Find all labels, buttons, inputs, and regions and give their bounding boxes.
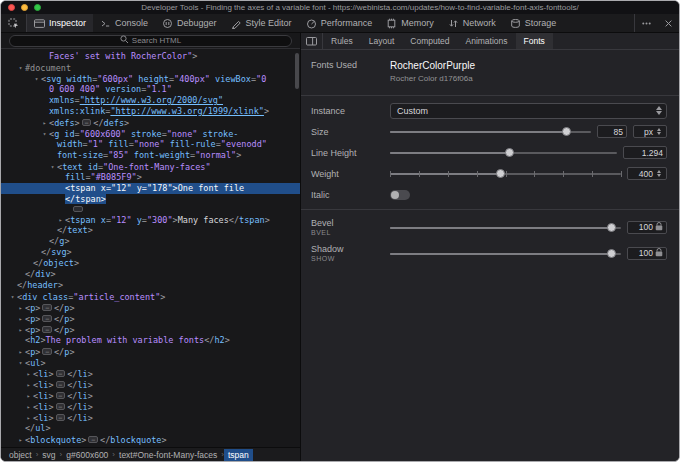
tree-node[interactable]: ▾#document [1, 62, 300, 73]
font-family-name[interactable]: RocherColorPurple [390, 60, 475, 71]
sidebar-tab-computed[interactable]: Computed [402, 33, 457, 49]
tree-node[interactable]: ▸<li>⋯</li> [1, 401, 300, 412]
shadow-input[interactable]: 100 [627, 247, 667, 260]
tree-node[interactable]: </ul> [1, 423, 300, 434]
slider-thumb[interactable] [607, 223, 616, 232]
tree-node[interactable]: </svg> [1, 247, 300, 258]
three-pane-toggle-icon[interactable] [301, 33, 323, 49]
tool-tab-inspector[interactable]: Inspector [27, 14, 93, 32]
expand-arrow-right-icon[interactable]: ▸ [56, 214, 65, 225]
tool-tab-debugger[interactable]: Debugger [155, 14, 224, 32]
close-window-button[interactable] [8, 4, 15, 11]
size-unit-select[interactable]: px [633, 125, 667, 138]
collapsed-content-ellipsis[interactable]: ⋯ [88, 436, 98, 443]
tree-node[interactable]: ▸<li>⋯</li> [1, 379, 300, 390]
tree-node[interactable]: ▾<div class="article_content"> [1, 291, 300, 302]
lock-icon[interactable] [655, 248, 663, 259]
tree-node[interactable]: ▾<ul> [1, 357, 300, 368]
expand-arrow-right-icon[interactable]: ▸ [16, 346, 25, 357]
line-height-input[interactable]: 1.294 [623, 146, 667, 159]
tree-node[interactable]: xmlns="http://www.w3.org/2000/svg" [1, 95, 300, 106]
tree-node[interactable]: width="1" fill="none" fill-rule="evenodd… [1, 139, 300, 150]
expand-arrow-right-icon[interactable]: ▸ [24, 401, 33, 412]
italic-toggle[interactable] [390, 190, 410, 200]
collapsed-content-ellipsis[interactable]: ⋯ [56, 370, 66, 377]
sidebar-tab-fonts[interactable]: Fonts [516, 33, 553, 49]
tree-node[interactable]: ▸<li>⋯</li> [1, 412, 300, 423]
collapsed-content-ellipsis[interactable]: ⋯ [56, 403, 66, 410]
expand-arrow-right-icon[interactable]: ▸ [24, 368, 33, 379]
tree-node-badge[interactable] [1, 205, 300, 214]
slider-thumb[interactable] [496, 169, 505, 178]
expand-arrow-down-icon[interactable]: ▾ [8, 291, 17, 302]
collapsed-marker-badge[interactable] [73, 206, 83, 212]
slider-thumb[interactable] [607, 249, 616, 258]
tree-node[interactable]: ▸<p>⋯</p> [1, 313, 300, 324]
collapsed-content-ellipsis[interactable]: ⋯ [42, 315, 52, 322]
tree-node[interactable]: ▸<tspan x="12" y="300">Many faces</tspan… [1, 214, 300, 225]
sidebar-tab-layout[interactable]: Layout [361, 33, 403, 49]
tree-node[interactable]: font-size="85" font-weight="normal"> [1, 150, 300, 161]
tree-node[interactable]: ▾<svg width="600px" height="400px" viewB… [1, 73, 300, 84]
tree-node[interactable]: ▸<p>⋯</p> [1, 302, 300, 313]
tree-node[interactable]: </text> [1, 225, 300, 236]
tree-node[interactable]: 0 600 400" version="1.1" [1, 84, 300, 95]
tree-node[interactable]: <h2>The problem with variable fonts</h2> [1, 335, 300, 346]
bevel-input[interactable]: 100 [627, 221, 667, 234]
tree-node[interactable]: </g> [1, 236, 300, 247]
expand-arrow-right-icon[interactable]: ▸ [16, 313, 25, 324]
weight-input[interactable]: 400 [627, 167, 667, 180]
tree-node[interactable]: ▸<li>⋯</li> [1, 368, 300, 379]
expand-arrow-down-icon[interactable]: ▾ [40, 128, 49, 139]
zoom-window-button[interactable] [34, 4, 41, 11]
expand-arrow-right-icon[interactable]: ▸ [24, 412, 33, 423]
tree-node[interactable]: xmlns:xlink="http://www.w3.org/1999/xlin… [1, 106, 300, 117]
scrollbar-thumb[interactable] [295, 53, 299, 89]
breadcrumb-item[interactable]: object [5, 449, 36, 461]
sidebar-tab-animations[interactable]: Animations [457, 33, 515, 49]
breadcrumb-item[interactable]: svg [38, 449, 59, 461]
collapsed-content-ellipsis[interactable]: ⋯ [42, 348, 52, 355]
expand-arrow-down-icon[interactable]: ▾ [16, 357, 25, 368]
collapsed-content-ellipsis[interactable]: ⋯ [42, 304, 52, 311]
breadcrumb-item[interactable]: g#600x600 [62, 449, 112, 461]
slider-thumb[interactable] [505, 148, 514, 157]
line-height-slider[interactable] [390, 146, 617, 159]
tree-node[interactable]: ▸<blockquote>⋯</blockquote> [1, 434, 300, 445]
expand-arrow-down-icon[interactable]: ▾ [32, 73, 41, 84]
collapsed-content-ellipsis[interactable]: ⋯ [82, 119, 92, 126]
search-input[interactable]: Search HTML [9, 35, 292, 47]
sidebar-tab-rules[interactable]: Rules [323, 33, 361, 49]
expand-arrow-right-icon[interactable]: ▸ [24, 379, 33, 390]
shadow-slider[interactable] [390, 247, 621, 260]
tree-node[interactable]: Faces' set with RocherColor"> [1, 51, 300, 62]
tree-node[interactable]: ▾<g id="600x600" stroke="none" stroke- [1, 128, 300, 139]
expand-arrow-right-icon[interactable]: ▸ [40, 117, 49, 128]
tree-node[interactable]: ▸<p>⋯</p> [1, 324, 300, 335]
tree-node[interactable]: fill="#B085F9"> [1, 172, 300, 183]
tree-node[interactable]: <tspan x="12" y="178">One font file [1, 183, 300, 194]
tool-tab-performance[interactable]: Performance [299, 14, 380, 32]
tool-tab-network[interactable]: Network [441, 14, 503, 32]
collapsed-content-ellipsis[interactable]: ⋯ [56, 381, 66, 388]
expand-arrow-right-icon[interactable]: ▸ [16, 434, 25, 445]
expand-arrow-down-icon[interactable]: ▾ [48, 161, 57, 172]
tree-node[interactable]: ▸<defs>⋯</defs> [1, 117, 300, 128]
more-icon[interactable] [635, 14, 657, 32]
expand-arrow-right-icon[interactable]: ▸ [16, 324, 25, 335]
breadcrumb-item[interactable]: tspan [224, 449, 253, 461]
minimize-window-button[interactable] [21, 4, 28, 11]
tree-node[interactable]: </object> [1, 258, 300, 269]
expand-arrow-right-icon[interactable]: ▸ [24, 390, 33, 401]
tree-node[interactable]: ▾<text id="One-font-Many-faces" [1, 161, 300, 172]
expand-arrow-down-icon[interactable]: ▾ [16, 62, 25, 73]
tree-node[interactable]: </header> [1, 280, 300, 291]
close-icon[interactable] [657, 14, 679, 32]
bevel-slider[interactable] [390, 221, 621, 234]
tree-node[interactable]: </div> [1, 269, 300, 280]
node-picker-icon[interactable] [1, 14, 27, 32]
tool-tab-memory[interactable]: Memory [379, 14, 441, 32]
tree-node[interactable]: ▸<li>⋯</li> [1, 390, 300, 401]
tool-tab-console[interactable]: Console [93, 14, 155, 32]
slider-thumb[interactable] [562, 127, 571, 136]
